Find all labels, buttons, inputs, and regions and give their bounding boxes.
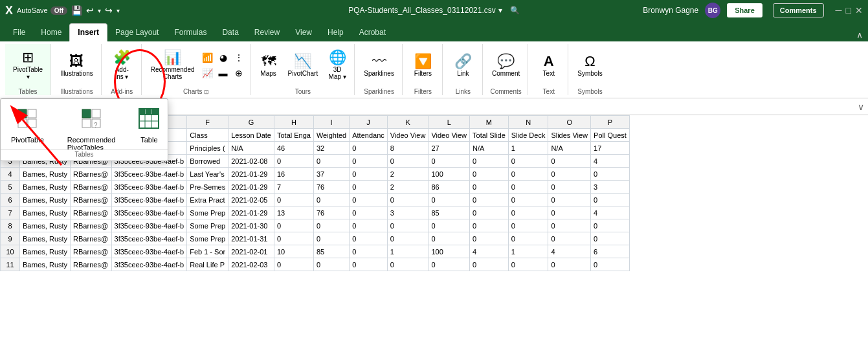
dropdown-pivot-table[interactable]: PivotTable xyxy=(6,104,49,155)
cell-p-3[interactable]: 4 xyxy=(591,155,630,168)
col-header-p[interactable]: P xyxy=(591,116,630,129)
cell-p-5[interactable]: 3 xyxy=(591,181,630,194)
col-header-i[interactable]: I xyxy=(313,116,349,129)
cell-i-2[interactable]: 32 xyxy=(313,142,349,155)
cell-n-4[interactable]: 0 xyxy=(508,168,548,181)
cell-d-8[interactable]: RBarnes@ xyxy=(71,219,111,232)
cell-n-3[interactable]: 0 xyxy=(508,155,548,168)
text-button[interactable]: A Text xyxy=(536,52,562,80)
cell-m-4[interactable]: 0 xyxy=(470,168,509,181)
col-header-k[interactable]: K xyxy=(387,116,428,129)
header-m[interactable]: Total Slide xyxy=(470,129,509,142)
header-o[interactable]: Slides View xyxy=(548,129,591,142)
cell-o-9[interactable]: 0 xyxy=(548,232,591,245)
cell-l-11[interactable]: 0 xyxy=(428,258,470,271)
cell-i-9[interactable]: 0 xyxy=(313,232,349,245)
cell-m-6[interactable]: 0 xyxy=(470,194,509,206)
cell-n-5[interactable]: 0 xyxy=(508,181,548,194)
cell-j-4[interactable]: 0 xyxy=(350,168,388,181)
tab-view[interactable]: View xyxy=(287,23,320,41)
charts-dialog-icon[interactable]: ⊡ xyxy=(204,89,209,95)
cell-p-8[interactable]: 0 xyxy=(591,219,630,232)
cell-m-7[interactable]: 0 xyxy=(470,206,509,219)
pivot-table-button[interactable]: ⊞ PivotTable▾ xyxy=(9,48,47,83)
recommended-charts-button[interactable]: 📊 RecommendedCharts xyxy=(147,48,199,83)
header-l[interactable]: Video View xyxy=(428,129,470,142)
maps-button[interactable]: 🗺 Maps xyxy=(256,52,282,80)
cell-e-9[interactable]: 3f35ceec-93be-4aef-b xyxy=(111,232,187,245)
tab-data[interactable]: Data xyxy=(214,23,246,41)
dropdown-recommended-pivottables[interactable]: ? RecommendedPivotTables xyxy=(62,104,121,155)
line-chart-button[interactable]: 📈 xyxy=(200,66,215,80)
cell-j-2[interactable]: 0 xyxy=(350,142,388,155)
cell-c-4[interactable]: Barnes, Rusty xyxy=(20,168,71,181)
formula-input[interactable] xyxy=(62,102,854,111)
cell-c-8[interactable]: Barnes, Rusty xyxy=(20,219,71,232)
cell-d-5[interactable]: RBarnes@ xyxy=(71,181,111,194)
col-header-l[interactable]: L xyxy=(428,116,470,129)
cell-j-11[interactable]: 0 xyxy=(350,258,388,271)
col-header-j[interactable]: J xyxy=(350,116,388,129)
cell-i-3[interactable]: 0 xyxy=(313,155,349,168)
cell-e-11[interactable]: 3f35ceec-93be-4aef-b xyxy=(111,258,187,271)
cell-j-9[interactable]: 0 xyxy=(350,232,388,245)
bar-chart-button[interactable]: ▬ xyxy=(216,66,230,80)
search-icon[interactable]: 🔍 xyxy=(510,6,520,15)
maximize-icon[interactable]: □ xyxy=(846,5,851,16)
col-header-n[interactable]: N xyxy=(508,116,548,129)
header-h[interactable]: Total Enga xyxy=(274,129,313,142)
3d-map-button[interactable]: 🌐 3DMap ▾ xyxy=(324,48,350,83)
cell-g-11[interactable]: 2021-02-03 xyxy=(228,258,274,271)
cell-h-3[interactable]: 0 xyxy=(274,155,313,168)
cell-h-5[interactable]: 7 xyxy=(274,181,313,194)
tab-home[interactable]: Home xyxy=(33,23,69,41)
dropdown-table[interactable]: Table xyxy=(133,104,164,155)
cell-o-7[interactable]: 0 xyxy=(548,206,591,219)
cell-p-11[interactable]: 0 xyxy=(591,258,630,271)
cell-n-8[interactable]: 0 xyxy=(508,219,548,232)
cell-g-3[interactable]: 2021-02-08 xyxy=(228,155,274,168)
cell-d-7[interactable]: RBarnes@ xyxy=(71,206,111,219)
cell-e-8[interactable]: 3f35ceec-93be-4aef-b xyxy=(111,219,187,232)
cell-k-3[interactable]: 0 xyxy=(387,155,428,168)
cell-k-6[interactable]: 0 xyxy=(387,194,428,206)
cell-m-5[interactable]: 0 xyxy=(470,181,509,194)
cell-e-6[interactable]: 3f35ceec-93be-4aef-b xyxy=(111,194,187,206)
tab-file[interactable]: File xyxy=(5,23,33,41)
cell-c-5[interactable]: Barnes, Rusty xyxy=(20,181,71,194)
close-icon[interactable]: ✕ xyxy=(855,5,863,16)
col-header-o[interactable]: O xyxy=(548,116,591,129)
cell-o-11[interactable]: 0 xyxy=(548,258,591,271)
header-n[interactable]: Slide Deck xyxy=(508,129,548,142)
cell-p-7[interactable]: 4 xyxy=(591,206,630,219)
cell-n-6[interactable]: 0 xyxy=(508,194,548,206)
cell-f-3[interactable]: Borrowed xyxy=(187,155,228,168)
cell-l-2[interactable]: 27 xyxy=(428,142,470,155)
cell-l-4[interactable]: 100 xyxy=(428,168,470,181)
cell-c-9[interactable]: Barnes, Rusty xyxy=(20,232,71,245)
minimize-icon[interactable]: ─ xyxy=(836,5,842,16)
cell-e-10[interactable]: 3f35ceec-93be-4aef-b xyxy=(111,245,187,258)
cell-o-10[interactable]: 4 xyxy=(548,245,591,258)
cell-k-2[interactable]: 8 xyxy=(387,142,428,155)
cell-g-5[interactable]: 2021-01-29 xyxy=(228,181,274,194)
cell-l-9[interactable]: 0 xyxy=(428,232,470,245)
cell-c-6[interactable]: Barnes, Rusty xyxy=(20,194,71,206)
column-chart-button[interactable]: 📶 xyxy=(200,50,215,65)
cell-g-2[interactable]: N/A xyxy=(228,142,274,155)
cell-h-10[interactable]: 10 xyxy=(274,245,313,258)
cell-d-11[interactable]: RBarnes@ xyxy=(71,258,111,271)
filename-dropdown-icon[interactable]: ▾ xyxy=(498,6,502,15)
customize-qat-icon[interactable]: ▾ xyxy=(117,7,120,14)
cell-j-6[interactable]: 0 xyxy=(350,194,388,206)
cell-f-11[interactable]: Real Life P xyxy=(187,258,228,271)
cell-p-4[interactable]: 0 xyxy=(591,168,630,181)
cell-f-9[interactable]: Some Prep xyxy=(187,232,228,245)
cell-l-8[interactable]: 0 xyxy=(428,219,470,232)
cell-d-4[interactable]: RBarnes@ xyxy=(71,168,111,181)
cell-j-10[interactable]: 0 xyxy=(350,245,388,258)
cell-n-11[interactable]: 0 xyxy=(508,258,548,271)
cell-l-5[interactable]: 86 xyxy=(428,181,470,194)
tab-formulas[interactable]: Formulas xyxy=(166,23,214,41)
cell-k-10[interactable]: 1 xyxy=(387,245,428,258)
